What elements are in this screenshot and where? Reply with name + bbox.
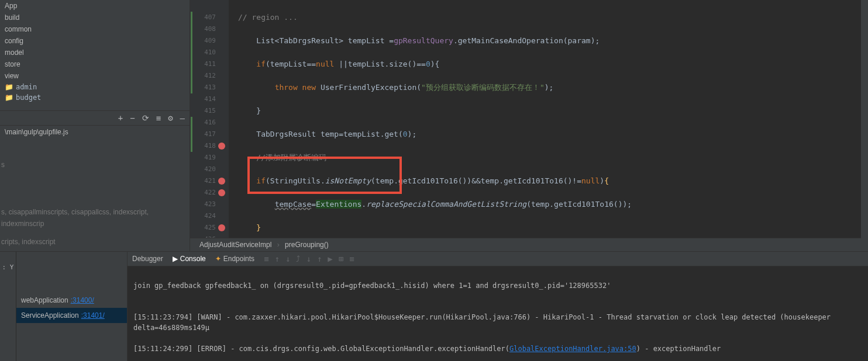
faded-tasks-1: s	[0, 156, 190, 174]
code-text: (temp.getIcd101To16());	[526, 200, 632, 209]
code-editor[interactable]: 407 408 409 410 411 412 413 414 415 416 …	[190, 0, 868, 251]
breadcrumb-method[interactable]: preGrouping()	[285, 241, 329, 249]
line-num: 419	[190, 152, 216, 164]
code-text: replaceSpecialCommaAndGetListString	[366, 200, 526, 209]
line-num: 414	[190, 93, 216, 105]
tree-folder-label: budget	[16, 93, 41, 102]
code-text: List<TabDrgsResult> tempList =	[256, 36, 394, 45]
gear-icon[interactable]: ⚙	[168, 113, 173, 123]
minus-icon[interactable]: −	[130, 113, 135, 123]
line-num: 418	[190, 140, 216, 152]
console-icon: ▶	[173, 255, 178, 263]
step-out-icon[interactable]: ↑	[317, 254, 322, 263]
code-text: =	[311, 200, 316, 209]
log-link[interactable]: GlobalExceptionHandler.java:50	[509, 345, 636, 353]
refresh-icon[interactable]: ⟳	[142, 113, 149, 123]
code-text: "预分组获取诊断编码数据不存在！"	[421, 83, 545, 92]
tree-folder-common[interactable]: common	[0, 23, 190, 35]
code-text: (StringUtils.	[266, 176, 325, 185]
tree-folder-admin[interactable]: 📁 admin	[0, 82, 190, 92]
tree-folder-view[interactable]: view	[0, 70, 190, 82]
expand-icon[interactable]: ≡	[156, 113, 161, 123]
debug-panel: : Y webApplication :31400/ ServiceApplic…	[0, 251, 868, 361]
debug-side-toolbar: : Y	[0, 252, 16, 361]
line-num: 420	[190, 164, 216, 175]
tree-folder-build[interactable]: build	[0, 12, 190, 23]
code-text: }	[256, 106, 261, 115]
line-num: 421	[190, 175, 216, 187]
step-icon[interactable]: ⤴	[296, 254, 300, 263]
log-line-error: [15:11:24:299] [ERROR] - com.cis.drgs.co…	[133, 343, 862, 354]
line-num: 411	[190, 58, 216, 70]
editor-scrollbar[interactable]	[861, 0, 868, 238]
line-num: 426	[190, 234, 216, 238]
service-label: webApplication	[21, 296, 68, 304]
line-num: 417	[190, 129, 216, 140]
up-icon[interactable]: ↑	[275, 254, 280, 263]
line-num	[190, 0, 216, 12]
line-num: 424	[190, 210, 216, 222]
code-text: null	[581, 176, 600, 185]
line-num: 409	[190, 35, 216, 47]
breakpoint-icon[interactable]	[218, 143, 225, 150]
debug-indicator-icon[interactable]: : Y	[2, 263, 14, 271]
service-item-web[interactable]: webApplication :31400/	[16, 293, 127, 308]
service-port-link[interactable]: :31400/	[71, 296, 94, 304]
log-line-warn: [15:11:23:794] [WARN] - com.zaxxer.hikar…	[133, 312, 862, 333]
line-num: 425	[190, 222, 216, 234]
line-num: 416	[190, 117, 216, 129]
down-icon[interactable]: ↓	[285, 254, 290, 263]
breadcrumb-class[interactable]: AdjustAuditServiceImpl	[199, 241, 271, 249]
folder-icon: 📁	[5, 83, 13, 91]
code-text: }	[256, 223, 261, 232]
service-item-service[interactable]: ServiceApplication :31401/	[16, 308, 127, 323]
code-content[interactable]: // region ... List<TabDrgsResult> tempLi…	[229, 0, 868, 238]
line-num: 422	[190, 187, 216, 199]
code-text: TabDrgsResult temp=tempList.get(	[256, 130, 402, 138]
list-icon[interactable]: ≡	[349, 254, 354, 263]
collapse-icon[interactable]: —	[180, 113, 185, 123]
tab-debugger[interactable]: Debugger	[132, 255, 163, 263]
faded-tasks-2: s, cisappallminscripts, cisappallcss, in…	[0, 203, 190, 232]
line-num: 413	[190, 82, 216, 93]
add-icon[interactable]: +	[118, 113, 123, 123]
line-num: 407	[190, 12, 216, 23]
debug-services-panel: webApplication :31400/ ServiceApplicatio…	[16, 252, 128, 361]
step-into-icon[interactable]: ↓	[306, 254, 311, 263]
tree-folder-label: admin	[16, 83, 37, 91]
service-port-link[interactable]: :31401/	[81, 311, 105, 320]
line-num: 412	[190, 70, 216, 82]
line-num: 408	[190, 23, 216, 35]
tree-folder-app[interactable]: App	[0, 0, 190, 12]
code-text: isNotEmpty	[325, 176, 371, 185]
service-label: ServiceApplication	[21, 311, 79, 320]
breakpoint-icon[interactable]	[218, 178, 225, 185]
code-text: );	[408, 130, 417, 138]
code-text: (tempList==	[266, 60, 316, 68]
tree-folder-config[interactable]: config	[0, 35, 190, 47]
tab-endpoints[interactable]: ✦ Endpoints	[215, 255, 254, 263]
tab-console[interactable]: ▶ Console	[173, 255, 206, 263]
file-path: \main\gulp\gulpfile.js	[0, 125, 190, 138]
tree-folder-store[interactable]: store	[0, 58, 190, 70]
tree-folder-model[interactable]: model	[0, 47, 190, 58]
tree-toolbar: + − ⟳ ≡ ⚙ —	[0, 110, 190, 125]
breakpoint-icon[interactable]	[218, 189, 225, 196]
code-text: //添加附属诊断编码	[256, 153, 326, 162]
tree-folder-budget[interactable]: 📁 budget	[0, 92, 190, 103]
filter-icon[interactable]: ≡	[264, 254, 268, 263]
project-tree[interactable]: App build common config model store view…	[0, 0, 190, 110]
resume-icon[interactable]: ▶	[328, 254, 332, 263]
faded-tasks-3: cripts, indexscript	[0, 233, 190, 251]
line-gutter[interactable]: 407 408 409 410 411 412 413 414 415 416 …	[190, 0, 225, 238]
console-output[interactable]: join gp_feedback gpfeedback1_ on (drgsre…	[128, 266, 868, 361]
breakpoint-icon[interactable]	[218, 224, 225, 231]
code-text: 0	[403, 130, 408, 138]
code-text: tempCase	[275, 200, 312, 209]
code-text: );	[545, 83, 554, 92]
breadcrumb[interactable]: AdjustAuditServiceImpl › preGrouping()	[190, 238, 868, 251]
grid-icon[interactable]: ⊞	[339, 254, 343, 263]
code-text: throw new	[275, 83, 316, 92]
line-num: 410	[190, 47, 216, 58]
code-text: .	[361, 200, 366, 209]
